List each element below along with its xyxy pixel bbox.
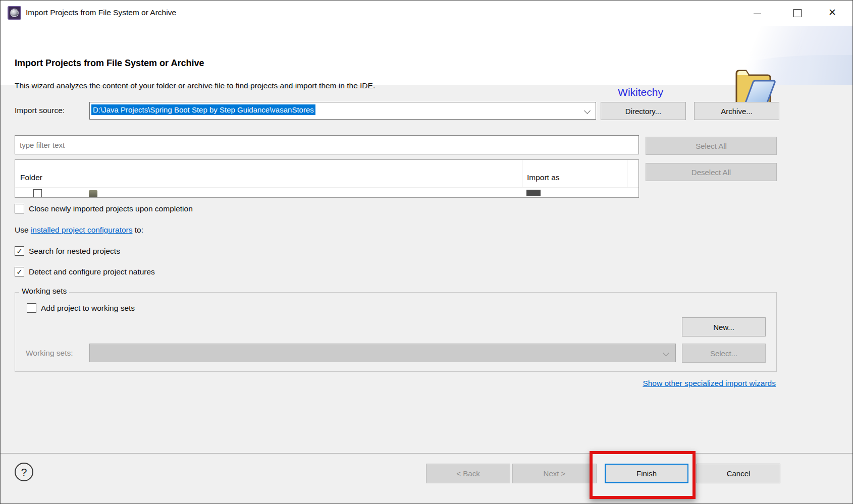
import-wizard-dialog: Import Projects from File System or Arch…	[0, 0, 853, 504]
wikitechy-watermark: Wikitechy	[608, 86, 673, 98]
working-sets-field-label: Working sets:	[26, 349, 73, 358]
titlebar: Import Projects from File System or Arch…	[1, 1, 852, 26]
eclipse-orb-icon	[10, 9, 19, 17]
project-folder-icon	[89, 190, 97, 197]
project-natures-label[interactable]: Detect and configure project natures	[29, 267, 155, 276]
working-sets-group-label: Working sets	[19, 287, 69, 296]
back-button: < Back	[426, 464, 510, 483]
configurators-line: Use installed project configurators to:	[15, 226, 143, 235]
maximize-icon	[793, 9, 802, 17]
import-source-label: Import source:	[15, 106, 65, 115]
archive-button[interactable]: Archive...	[694, 102, 779, 120]
add-to-working-sets-label[interactable]: Add project to working sets	[41, 304, 135, 313]
close-button[interactable]: ✕	[819, 1, 848, 26]
configurators-suffix: to:	[132, 226, 143, 234]
import-source-value[interactable]: D:\Java Projects\Spring Boot Step by Ste…	[91, 104, 315, 115]
nested-projects-label[interactable]: Search for nested projects	[29, 247, 120, 256]
configurators-prefix: Use	[15, 226, 31, 234]
chevron-down-icon[interactable]	[584, 107, 591, 114]
select-working-set-button: Select...	[682, 344, 766, 363]
close-projects-checkbox[interactable]	[15, 204, 24, 213]
eclipse-app-icon	[8, 6, 21, 20]
project-natures-checkbox[interactable]: ✓	[15, 267, 24, 276]
filter-input[interactable]	[15, 135, 639, 154]
row-checkbox[interactable]	[33, 189, 42, 197]
nested-projects-checkbox[interactable]: ✓	[15, 246, 24, 256]
table-header: Folder Import as	[15, 160, 638, 188]
column-divider[interactable]	[627, 160, 627, 187]
directory-button[interactable]: Directory...	[601, 102, 686, 120]
new-working-set-button[interactable]: New...	[682, 317, 766, 337]
question-mark-icon: ?	[21, 466, 27, 478]
table-row-partial[interactable]	[15, 188, 638, 197]
chevron-down-icon	[663, 350, 669, 356]
next-button: Next >	[512, 464, 597, 483]
working-sets-combobox	[89, 344, 676, 362]
page-title: Import Projects from File System or Arch…	[15, 58, 204, 69]
installed-configurators-link[interactable]: installed project configurators	[31, 226, 133, 234]
minimize-button[interactable]	[742, 1, 772, 26]
column-divider[interactable]	[522, 160, 522, 187]
footer-divider	[1, 453, 852, 454]
other-wizards-link[interactable]: Show other specialized import wizards	[643, 379, 776, 388]
check-icon: ✓	[16, 247, 23, 256]
add-to-working-sets-checkbox[interactable]	[27, 303, 36, 313]
check-icon: ✓	[16, 267, 23, 276]
wizard-header: Import Projects from File System or Arch…	[1, 26, 852, 85]
import-source-combobox[interactable]: D:\Java Projects\Spring Boot Step by Ste…	[89, 102, 596, 120]
import-as-text-fragment	[526, 190, 541, 196]
column-header-folder[interactable]: Folder	[20, 173, 42, 182]
page-description: This wizard analyzes the content of your…	[15, 81, 375, 90]
close-projects-label[interactable]: Close newly imported projects upon compl…	[29, 204, 193, 213]
select-all-button: Select All	[646, 137, 777, 155]
column-header-import-as[interactable]: Import as	[527, 173, 560, 182]
help-button[interactable]: ?	[15, 463, 33, 481]
close-icon: ✕	[828, 7, 836, 18]
deselect-all-button: Deselect All	[646, 163, 777, 181]
open-folder-icon	[729, 60, 777, 108]
cancel-button[interactable]: Cancel	[697, 464, 780, 483]
finish-highlight-annotation	[590, 451, 696, 499]
projects-table[interactable]: Folder Import as	[15, 159, 639, 198]
maximize-button[interactable]	[783, 1, 812, 26]
minimize-icon	[754, 13, 761, 14]
window-title: Import Projects from File System or Arch…	[26, 8, 176, 17]
